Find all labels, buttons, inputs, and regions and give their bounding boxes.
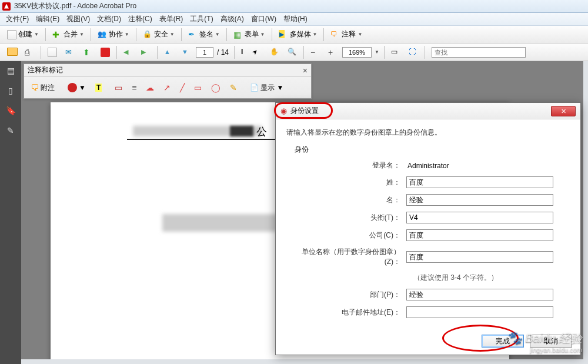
pencil-tool[interactable] bbox=[227, 81, 240, 94]
menu-document[interactable]: 文档(D) bbox=[93, 14, 125, 24]
toolbar-main: 创建▼ 合并▼ 协作▼ 安全▼ 签名▼ 表单▼ 多媒体▼ 注释▼ bbox=[0, 26, 588, 44]
zoom-tool[interactable] bbox=[284, 46, 300, 58]
fullscreen-button[interactable] bbox=[405, 46, 422, 58]
dept-input[interactable] bbox=[406, 289, 553, 300]
comment-markup-panel: 注释和标记 × 附注 ▼ 显示▼ bbox=[24, 64, 312, 99]
identity-icon: ◉ bbox=[280, 106, 287, 115]
sticky-note-tool[interactable]: 附注 bbox=[28, 81, 58, 95]
dialog-close-button[interactable]: ✕ bbox=[551, 106, 576, 116]
title-label: 头衔(T)： bbox=[295, 213, 406, 223]
menu-view[interactable]: 视图(V) bbox=[63, 14, 93, 24]
close-icon[interactable]: × bbox=[303, 66, 308, 75]
dialog-title-bar: ◉ 身份设置 ✕ bbox=[276, 103, 580, 119]
side-navigation-rail: ▤ ▯ 🔖 ✎ bbox=[0, 61, 21, 364]
prev-view-button[interactable] bbox=[120, 46, 136, 58]
select-tool[interactable] bbox=[238, 46, 265, 58]
title-underline bbox=[127, 139, 286, 140]
page-up-button[interactable] bbox=[161, 46, 177, 58]
orgname-hint: （建议使用 3-4 个字符。） bbox=[295, 273, 570, 283]
orgname-input[interactable] bbox=[406, 251, 553, 263]
forms-button[interactable]: 表单▼ bbox=[230, 28, 269, 41]
dialog-title: 身份设置 bbox=[290, 106, 319, 116]
rectangle-tool[interactable] bbox=[191, 81, 205, 94]
menu-comment[interactable]: 注释(C) bbox=[125, 14, 156, 24]
print-button[interactable] bbox=[21, 46, 38, 58]
pdf-icon[interactable] bbox=[97, 46, 113, 58]
multimedia-button[interactable]: 多媒体▼ bbox=[275, 28, 321, 41]
window-title-bar: 35KV技术协议.pdf - Adobe Acrobat Pro bbox=[0, 0, 588, 13]
hand-tool[interactable] bbox=[266, 46, 283, 58]
ribbon-panel-icon[interactable]: 🔖 bbox=[5, 105, 16, 116]
collaborate-button[interactable]: 协作▼ bbox=[94, 28, 133, 41]
email-input[interactable] bbox=[406, 306, 553, 318]
create-button[interactable]: 创建▼ bbox=[4, 28, 42, 41]
show-menu[interactable]: 显示▼ bbox=[247, 81, 286, 95]
menu-bar: 文件(F) 编辑(E) 视图(V) 文档(D) 注释(C) 表单(R) 工具(T… bbox=[0, 13, 588, 26]
menu-edit[interactable]: 编辑(E) bbox=[32, 14, 63, 24]
doc-visible-char: 公 bbox=[256, 125, 267, 139]
identity-settings-dialog: ◉ 身份设置 ✕ 请输入将显示在您的数字身份图章上的身份信息。 身份 登录名： … bbox=[275, 102, 581, 355]
textbox-tool[interactable] bbox=[129, 81, 139, 94]
menu-file[interactable]: 文件(F) bbox=[2, 14, 32, 24]
menu-advanced[interactable]: 高级(A) bbox=[217, 14, 248, 24]
cancel-button[interactable]: 取消 bbox=[530, 335, 572, 348]
combine-button[interactable]: 合并▼ bbox=[49, 28, 88, 41]
name-label: 名： bbox=[295, 195, 406, 205]
page-number-input[interactable] bbox=[196, 47, 213, 58]
line-tool[interactable] bbox=[177, 81, 188, 94]
zoom-level-input[interactable] bbox=[342, 47, 372, 58]
email-label: 电子邮件地址(E)： bbox=[295, 308, 406, 318]
open-button[interactable] bbox=[4, 46, 20, 58]
zoom-in-button[interactable] bbox=[325, 46, 341, 58]
doc-title-fragment bbox=[230, 126, 253, 136]
callout-tool[interactable] bbox=[112, 81, 125, 94]
sign-button[interactable]: 签名▼ bbox=[185, 28, 223, 41]
signature-panel-icon[interactable]: ✎ bbox=[5, 125, 16, 136]
window-title: 35KV技术协议.pdf - Adobe Acrobat Pro bbox=[14, 1, 136, 11]
menu-tools[interactable]: 工具(T) bbox=[186, 14, 216, 24]
upload-button[interactable] bbox=[79, 46, 96, 58]
page-down-button[interactable] bbox=[178, 46, 195, 58]
page-total: / 14 bbox=[215, 48, 231, 56]
search-input[interactable] bbox=[432, 47, 526, 58]
vertical-scrollbar[interactable] bbox=[583, 61, 588, 364]
fit-button[interactable] bbox=[387, 46, 404, 58]
login-label: 登录名： bbox=[295, 161, 406, 171]
menu-help[interactable]: 帮助(H) bbox=[280, 14, 311, 24]
company-input[interactable] bbox=[406, 229, 553, 241]
doc-icon[interactable] bbox=[44, 46, 61, 58]
acrobat-icon bbox=[2, 2, 11, 11]
bookmarks-panel-icon[interactable]: ▯ bbox=[5, 85, 16, 96]
redacted-text-2 bbox=[162, 214, 280, 232]
email-button[interactable] bbox=[62, 46, 78, 58]
horizontal-scrollbar[interactable] bbox=[21, 359, 588, 364]
zoom-out-button[interactable] bbox=[307, 46, 323, 58]
oval-tool[interactable] bbox=[208, 81, 223, 94]
orgname-label: 单位名称（用于数字身份图章）(Z)： bbox=[295, 247, 406, 267]
title-input[interactable] bbox=[406, 212, 553, 223]
cloud-tool[interactable] bbox=[143, 81, 157, 94]
arrow-tool[interactable] bbox=[161, 81, 173, 94]
highlight-tool[interactable] bbox=[92, 82, 105, 93]
next-view-button[interactable] bbox=[138, 46, 154, 58]
comment-panel-title: 注释和标记 bbox=[28, 65, 63, 75]
toolbar-file-nav: / 14 ▼ bbox=[0, 44, 588, 61]
company-label: 公司(C)： bbox=[295, 231, 406, 241]
surname-label: 姓： bbox=[295, 178, 406, 188]
stamp-tool[interactable]: ▼ bbox=[65, 81, 89, 94]
secure-button[interactable]: 安全▼ bbox=[139, 28, 178, 41]
surname-input[interactable] bbox=[406, 176, 553, 188]
identity-group-label: 身份 bbox=[295, 145, 570, 155]
pages-panel-icon[interactable]: ▤ bbox=[5, 65, 16, 76]
complete-button[interactable]: 完成 bbox=[482, 335, 524, 348]
comments-button[interactable]: 注释▼ bbox=[327, 28, 366, 41]
dialog-instruction: 请输入将显示在您的数字身份图章上的身份信息。 bbox=[286, 128, 570, 138]
login-value: Administrator bbox=[406, 162, 449, 170]
menu-window[interactable]: 窗口(W) bbox=[248, 14, 280, 24]
menu-form[interactable]: 表单(R) bbox=[156, 14, 187, 24]
dept-label: 部门(P)： bbox=[295, 290, 406, 300]
name-input[interactable] bbox=[406, 194, 553, 206]
